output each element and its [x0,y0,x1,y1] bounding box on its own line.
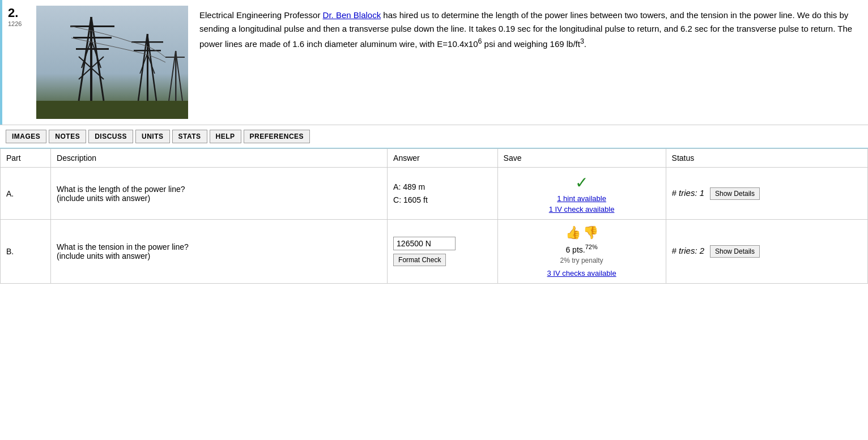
checkmark-icon: ✓ [504,173,660,192]
points-text: 6 pts.72% [504,244,660,254]
table-row: A. What is the length of the power line?… [1,168,868,220]
tries-label-a: # tries: 1 [672,188,705,198]
question-id: 1226 [8,20,36,27]
iv-check-link-a[interactable]: 1 IV check available [504,205,660,213]
toolbar: IMAGES NOTES DISCUSS UNITS STATS HELP PR… [0,125,868,148]
part-a-status: # tries: 1 Show Details [666,168,867,220]
notes-button[interactable]: NOTES [49,130,86,143]
points-percent: 72% [585,244,598,250]
part-b-description: What is the tension in the power line? (… [51,220,388,284]
thumbs-up-icon: 👍 [565,225,581,240]
show-details-button-a[interactable]: Show Details [710,187,760,200]
answers-table: Part Description Answer Save Status A. W… [0,148,868,284]
thumbs-down-icon: 👎 [583,225,598,240]
part-b-answer-cell: Format Check [388,220,498,284]
images-button[interactable]: IMAGES [6,130,46,143]
part-a-save-cell: ✓ 1 hint available 1 IV check available [497,168,666,220]
question-number: 2. [8,6,31,20]
part-b-status: # tries: 2 Show Details [666,220,867,284]
help-button[interactable]: HELP [210,130,241,143]
part-b-label: B. [1,220,51,284]
question-text: Electrical Engineering Professor Dr. Ben… [199,6,862,51]
stats-button[interactable]: STATS [172,130,207,143]
part-a-label: A. [1,168,51,220]
table-row: B. What is the tension in the power line… [1,220,868,284]
show-details-button-b[interactable]: Show Details [710,245,760,258]
professor-link[interactable]: Dr. Ben Blalock [323,10,381,20]
svg-rect-2 [90,17,92,101]
answer-input-b[interactable] [393,237,456,250]
units-button[interactable]: UNITS [135,130,170,143]
col-header-save: Save [497,149,666,168]
preferences-button[interactable]: PREFERENCES [244,130,310,143]
col-header-description: Description [51,149,388,168]
svg-rect-1 [36,101,188,119]
col-header-part: Part [1,149,51,168]
thumb-icons: 👍 👎 [504,225,660,240]
part-a-description: What is the length of the power line? (i… [51,168,388,220]
part-b-save-cell: 👍 👎 6 pts.72% 2% try penalty 3 IV checks… [497,220,666,284]
tries-label-b: # tries: 2 [672,246,705,255]
col-header-answer: Answer [388,149,498,168]
svg-rect-4 [73,37,112,39]
part-a-answer: A: 489 m C: 1605 ft [388,168,498,220]
svg-rect-13 [131,41,163,43]
col-header-status: Status [666,149,867,168]
iv-checks-link-b[interactable]: 3 IV checks available [504,269,660,277]
format-check-button[interactable]: Format Check [393,254,446,266]
svg-rect-5 [76,48,109,50]
penalty-text: 2% try penalty [504,257,660,264]
question-image [36,6,188,119]
hint-link-a[interactable]: 1 hint available [504,194,660,203]
discuss-button[interactable]: DISCUSS [88,130,133,143]
